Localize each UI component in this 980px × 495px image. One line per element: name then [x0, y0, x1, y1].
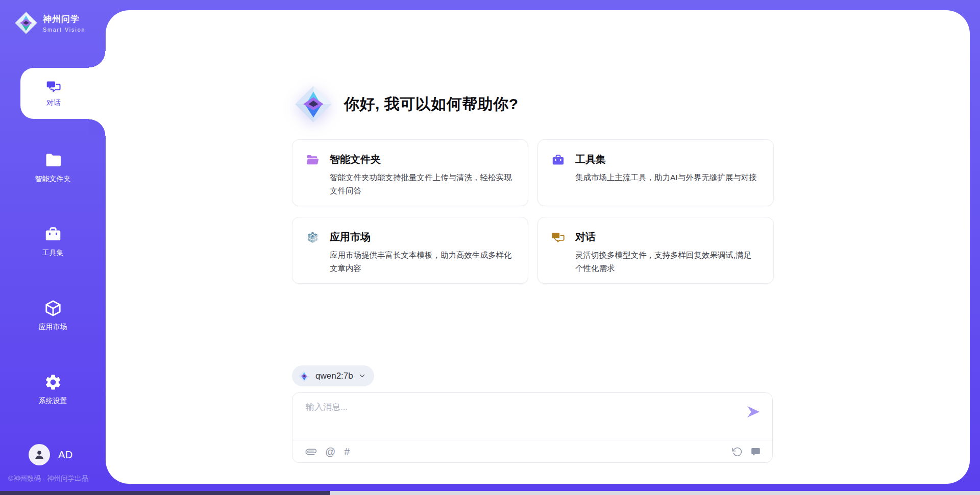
message-input[interactable] [306, 401, 734, 437]
brand-name: 神州问学 [43, 13, 85, 25]
card-description: 智能文件夹功能支持批量文件上传与清洗，轻松实现文件问答 [330, 171, 513, 198]
tab-top-fillet [89, 51, 106, 68]
card-app-market[interactable]: 应用市场 应用市场提供丰富长文本模板，助力高效生成多样化文章内容 [292, 217, 528, 284]
card-description: 集成市场上主流工具，助力AI与外界无缝扩展与对接 [575, 171, 757, 184]
scrollbar-thumb[interactable] [0, 491, 330, 495]
chat-icon [551, 231, 565, 244]
history-icon[interactable] [732, 447, 743, 457]
sidebar-item-toolset[interactable]: 工具集 [0, 225, 106, 258]
chevron-down-icon [358, 372, 366, 380]
mention-icon[interactable]: @ [325, 447, 335, 457]
model-diamond-logo-icon [298, 370, 310, 382]
attachment-icon[interactable] [304, 444, 319, 459]
brand-subtitle: Smart Vision [43, 27, 85, 33]
person-icon [33, 448, 46, 461]
composer-toolbar-right [732, 440, 761, 463]
card-toolset[interactable]: 工具集 集成市场上主流工具，助力AI与外界无缝扩展与对接 [537, 139, 774, 206]
feature-cards-grid: 智能文件夹 智能文件夹功能支持批量文件上传与清洗，轻松实现文件问答 工具集 集成… [292, 139, 774, 284]
folder-open-icon [306, 153, 320, 167]
sidebar-item-label: 对话 [46, 98, 61, 108]
tab-bottom-fillet [89, 119, 106, 136]
chat-icon [46, 79, 61, 94]
model-name: qwen2:7b [315, 371, 353, 381]
card-title: 工具集 [575, 153, 757, 166]
toolbox-icon [551, 153, 565, 167]
copyright-footer: ©神州数码 · 神州问学出品 [8, 474, 88, 483]
card-title: 对话 [575, 230, 759, 244]
sidebar-item-label: 智能文件夹 [35, 175, 71, 184]
card-smart-folder[interactable]: 智能文件夹 智能文件夹功能支持批量文件上传与清洗，轻松实现文件问答 [292, 139, 528, 206]
sidebar-item-smart-folder[interactable]: 智能文件夹 [0, 151, 106, 184]
card-description: 灵活切换多模型文件，支持多样回复效果调试,满足个性化需求 [575, 249, 759, 276]
send-icon[interactable] [746, 404, 761, 419]
page-title: 你好, 我可以如何帮助你? [344, 94, 519, 115]
toolbox-icon [44, 225, 62, 243]
card-title: 智能文件夹 [330, 153, 513, 166]
folder-icon [44, 151, 62, 169]
composer-divider [292, 440, 772, 440]
brand: 神州问学 Smart Vision [14, 11, 85, 35]
sidebar-item-label: 系统设置 [39, 397, 67, 406]
horizontal-scrollbar[interactable] [0, 491, 980, 495]
composer-toolbar-left: @ # [306, 440, 350, 463]
sidebar-item-settings[interactable]: 系统设置 [0, 373, 106, 406]
brand-diamond-logo-icon [14, 11, 38, 35]
user-account[interactable]: AD [29, 444, 73, 465]
message-bubble-icon[interactable] [750, 447, 761, 457]
avatar [29, 444, 50, 465]
cube-icon [44, 299, 62, 317]
sidebar-item-label: 工具集 [42, 249, 64, 258]
card-chat[interactable]: 对话 灵活切换多模型文件，支持多样回复效果调试,满足个性化需求 [537, 217, 774, 284]
gear-icon [44, 373, 62, 391]
grid-cube-icon [306, 231, 320, 244]
card-description: 应用市场提供丰富长文本模板，助力高效生成多样化文章内容 [330, 249, 513, 276]
greeting-row: 你好, 我可以如何帮助你? [294, 85, 519, 123]
user-initials: AD [58, 449, 73, 461]
message-composer: @ # [292, 392, 773, 463]
sidebar-item-chat[interactable]: 对话 [20, 68, 87, 119]
assistant-diamond-logo-icon [294, 85, 333, 123]
sidebar-item-label: 应用市场 [39, 323, 67, 332]
hashtag-icon[interactable]: # [344, 447, 350, 457]
sidebar-item-app-market[interactable]: 应用市场 [0, 299, 106, 332]
model-selector[interactable]: qwen2:7b [292, 365, 374, 386]
card-title: 应用市场 [330, 230, 513, 244]
